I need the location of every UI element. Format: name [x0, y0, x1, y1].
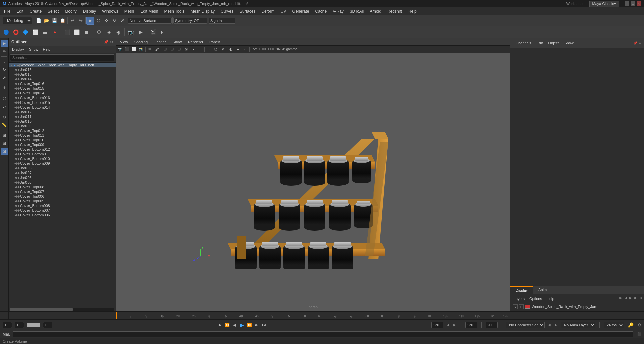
- viewport-canvas[interactable]: X Y Z persp: [116, 53, 510, 311]
- shelf-icon-5[interactable]: ▬: [40, 27, 50, 37]
- menu-modify[interactable]: Modify: [62, 8, 79, 14]
- playback-settings-icon[interactable]: ⚙: [638, 323, 641, 327]
- list-item[interactable]: ◀◆ Jar006: [9, 175, 116, 180]
- pb-btn-end[interactable]: ⏭: [261, 322, 267, 328]
- menu-file[interactable]: File: [1, 8, 13, 14]
- menu-arnold[interactable]: Arnold: [367, 8, 384, 14]
- outliner-refresh[interactable]: ↺: [110, 40, 113, 44]
- shelf-icon-4[interactable]: ⬜: [31, 27, 40, 37]
- toolbar-select[interactable]: ▶: [86, 17, 94, 25]
- playback-start-field[interactable]: [431, 322, 443, 328]
- vt-camera[interactable]: 📷: [117, 46, 123, 52]
- layer-nav-prev[interactable]: ◀: [624, 296, 628, 301]
- modeling-dropdown[interactable]: Modeling: [3, 17, 32, 24]
- vt-exposure1[interactable]: ◐: [228, 46, 234, 52]
- toolbar-undo[interactable]: ↩: [68, 17, 76, 25]
- lt-lasso[interactable]: ⊙: [1, 113, 8, 121]
- frame-start-input[interactable]: [3, 322, 12, 328]
- shelf-icon-6[interactable]: 🔺: [50, 27, 59, 37]
- list-item[interactable]: ◀◆ Jar009: [9, 124, 116, 128]
- list-item[interactable]: ◀◆ Jar014: [9, 77, 116, 81]
- lt-manipulator[interactable]: ✛: [1, 84, 8, 92]
- layers-menu-help[interactable]: Help: [545, 296, 556, 301]
- list-item[interactable]: ◀◆ Cover_Bottom014: [9, 105, 116, 110]
- list-item[interactable]: ◀◆ Cover_Top012: [9, 128, 116, 133]
- vt-mode4[interactable]: ⊠: [183, 46, 190, 52]
- layer-add[interactable]: ⊕: [639, 296, 643, 301]
- menu-deform[interactable]: Deform: [259, 8, 277, 14]
- toolbar-rotate[interactable]: ↻: [110, 17, 118, 25]
- vt-exposure2[interactable]: ●: [235, 46, 241, 52]
- no-character-dropdown[interactable]: No Character Set: [506, 322, 545, 328]
- outliner-pin[interactable]: 📌: [104, 40, 109, 44]
- menu-surfaces[interactable]: Surfaces: [237, 8, 258, 14]
- minimize-button[interactable]: ─: [625, 1, 629, 6]
- viewport-menu-show[interactable]: Show: [170, 39, 185, 45]
- list-item[interactable]: ◀◆ Jar010: [9, 119, 116, 124]
- auto-key-icon[interactable]: 🔑: [628, 322, 634, 328]
- list-item[interactable]: ◀◆ Cover_Bottom011: [9, 152, 116, 156]
- no-anim-layer-dropdown[interactable]: No Anim Layer: [561, 322, 595, 328]
- vt-mode3[interactable]: ⊟: [176, 46, 182, 52]
- outliner-menu-show[interactable]: Show: [27, 47, 40, 52]
- sign-in-button[interactable]: Sign In: [209, 18, 235, 24]
- pb-btn-next-key[interactable]: ⏭: [253, 322, 260, 328]
- vt-mode5[interactable]: ▪: [190, 46, 197, 52]
- viewport-menu-lighting[interactable]: Lighting: [151, 39, 169, 45]
- menu-edit-mesh[interactable]: Edit Mesh: [138, 8, 161, 14]
- list-item[interactable]: ◀◆ Jar012: [9, 110, 116, 114]
- workspace-dropdown[interactable]: Maya Classic▾: [589, 1, 619, 7]
- pb-btn-play[interactable]: ▶: [238, 322, 245, 328]
- command-input[interactable]: [13, 331, 633, 337]
- lt-sculpt[interactable]: 🖌: [1, 103, 8, 110]
- list-item[interactable]: ◀◆ Cover_Bottom012: [9, 147, 116, 152]
- list-item[interactable]: ◀◆ Cover_Top009: [9, 142, 116, 147]
- list-item[interactable]: ◀◆ Cover_Top007: [9, 189, 116, 194]
- list-item[interactable]: ◀◆ Cover_Top005: [9, 199, 116, 203]
- toolbar-save[interactable]: 💾: [51, 17, 59, 25]
- shelf-icon-2[interactable]: ⭕: [11, 27, 20, 37]
- vt-snapshot[interactable]: 📸: [138, 46, 145, 52]
- shelf-icon-12[interactable]: ◉: [114, 27, 123, 37]
- layer-color-swatch[interactable]: [525, 305, 530, 309]
- list-item[interactable]: ◀◆ Cover_Bottom015: [9, 100, 116, 105]
- viewport-menu-view[interactable]: View: [117, 39, 131, 45]
- vt-grid[interactable]: ⊹: [205, 46, 212, 52]
- shelf-icon-ipr[interactable]: ⏯: [158, 27, 167, 37]
- channel-pin-icon[interactable]: 📌: [633, 41, 637, 45]
- channel-menu-channels[interactable]: Channels: [513, 40, 534, 46]
- list-item[interactable]: ◀◆ Cover_Bottom010: [9, 156, 116, 161]
- menu-3dtoall[interactable]: 3DToAll: [347, 8, 366, 14]
- channel-menu-object[interactable]: Object: [545, 40, 561, 46]
- playback-frame-input[interactable]: [43, 322, 52, 328]
- lt-select[interactable]: ▶: [1, 40, 8, 47]
- lt-grid3[interactable]: ⊠: [1, 148, 8, 155]
- pb-btn-play-back[interactable]: ⏩: [246, 322, 253, 328]
- toolbar-new[interactable]: 📄: [35, 17, 43, 25]
- shelf-icon-render[interactable]: 🎬: [148, 27, 158, 37]
- shelf-icon-13[interactable]: 📷: [126, 27, 136, 37]
- list-item[interactable]: ◀◆ Cover_Bottom007: [9, 208, 116, 213]
- list-item[interactable]: ◀◆ Cover_Top006: [9, 194, 116, 199]
- shelf-icon-1[interactable]: 🔵: [1, 27, 11, 37]
- menu-create[interactable]: Create: [27, 8, 44, 14]
- channel-menu-edit[interactable]: Edit: [534, 40, 545, 46]
- list-item[interactable]: ◀◆ Jar007: [9, 170, 116, 175]
- live-surface-dropdown[interactable]: No Live Surface: [128, 18, 172, 24]
- vt-mode6[interactable]: ▫: [197, 46, 204, 52]
- frame-current-input[interactable]: [15, 322, 24, 328]
- menu-display[interactable]: Display: [80, 8, 99, 14]
- layer-p-toggle[interactable]: P: [519, 304, 524, 309]
- shelf-icon-11[interactable]: ◈: [104, 27, 113, 37]
- list-item[interactable]: ◀◆ Cover_Top011: [9, 133, 116, 138]
- layer-v-toggle[interactable]: V: [513, 304, 518, 309]
- list-item[interactable]: ◀◆ Cover_Bottom006: [9, 213, 116, 217]
- shelf-icon-7[interactable]: ⬛: [62, 27, 72, 37]
- vt-xray[interactable]: ◌: [212, 46, 219, 52]
- vt-exposure3[interactable]: ○: [242, 46, 249, 52]
- vt-mode1[interactable]: ⊞: [162, 46, 168, 52]
- menu-mesh-tools[interactable]: Mesh Tools: [162, 8, 187, 14]
- list-item[interactable]: ◀◆ Jar015: [9, 72, 116, 77]
- vt-mode2[interactable]: ⊡: [169, 46, 175, 52]
- shelf-icon-14[interactable]: ▶: [136, 27, 145, 37]
